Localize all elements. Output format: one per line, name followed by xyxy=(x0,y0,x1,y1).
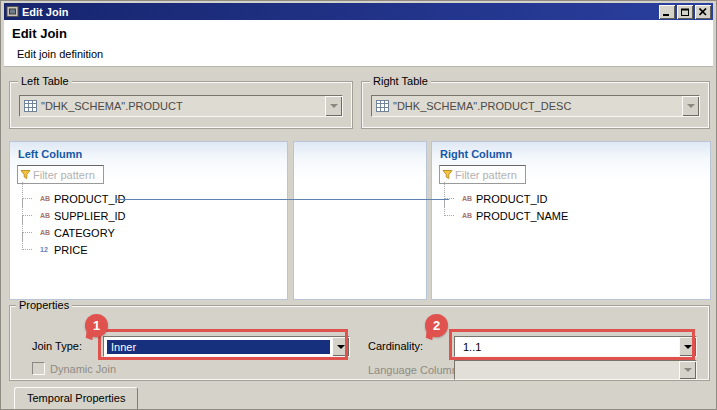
join-type-label: Join Type: xyxy=(32,340,82,352)
varchar-type-icon: AB xyxy=(462,212,476,219)
table-icon xyxy=(376,100,389,112)
maximize-button[interactable] xyxy=(677,5,693,19)
right-table-group: Right Table "DHK_SCHEMA".PRODUCT_DESC xyxy=(361,81,710,129)
language-column-select xyxy=(454,360,697,380)
page-title: Edit Join xyxy=(12,26,67,41)
window-titlebar: Edit Join xyxy=(4,3,713,20)
column-item-category[interactable]: AB CATEGORY xyxy=(16,224,285,241)
annotation-badge-2: 2 xyxy=(425,314,448,337)
cardinality-label: Cardinality: xyxy=(368,340,423,352)
column-item-product-name[interactable]: AB PRODUCT_NAME xyxy=(438,207,708,224)
tab-temporal-properties[interactable]: Temporal Properties xyxy=(14,387,138,410)
column-item-product-id[interactable]: AB PRODUCT_ID xyxy=(438,190,708,207)
window-icon xyxy=(6,5,19,18)
dynamic-join-checkbox xyxy=(32,362,45,375)
properties-legend: Properties xyxy=(16,299,72,311)
maximize-icon xyxy=(681,8,690,16)
right-column-tree: AB PRODUCT_ID AB PRODUCT_NAME xyxy=(438,190,708,224)
left-filter-input[interactable] xyxy=(33,169,101,181)
table-icon xyxy=(24,100,37,112)
language-column-label: Language Column: xyxy=(368,364,461,376)
filter-funnel-icon xyxy=(442,169,453,180)
left-column-title: Left Column xyxy=(18,148,82,160)
column-item-price[interactable]: 12 PRICE xyxy=(16,241,285,258)
varchar-type-icon: AB xyxy=(40,212,54,219)
minimize-button[interactable] xyxy=(659,5,675,19)
left-column-panel: Left Column AB PRODUCT_ID AB SUPPLIER_ID… xyxy=(9,141,288,300)
left-filter-box[interactable] xyxy=(17,165,104,184)
dynamic-join-label: Dynamic Join xyxy=(50,363,116,375)
varchar-type-icon: AB xyxy=(40,195,54,202)
varchar-type-icon: AB xyxy=(40,229,54,236)
minimize-icon xyxy=(663,8,671,16)
close-button[interactable] xyxy=(695,5,711,19)
dropdown-arrow-icon xyxy=(679,361,696,379)
join-connector-line xyxy=(116,199,449,200)
right-filter-input[interactable] xyxy=(455,169,523,181)
right-table-legend: Right Table xyxy=(370,75,431,87)
varchar-type-icon: AB xyxy=(462,195,476,202)
right-column-title: Right Column xyxy=(440,148,512,160)
annotation-badge-1: 1 xyxy=(85,314,108,337)
edit-join-dialog: Edit Join Edit Join Edit join definition… xyxy=(0,0,717,410)
dialog-header: Edit Join Edit join definition xyxy=(4,20,713,67)
column-item-supplier-id[interactable]: AB SUPPLIER_ID xyxy=(16,207,285,224)
left-table-select: "DHK_SCHEMA".PRODUCT xyxy=(19,95,343,117)
right-table-value: "DHK_SCHEMA".PRODUCT_DESC xyxy=(390,100,682,112)
right-table-select: "DHK_SCHEMA".PRODUCT_DESC xyxy=(371,95,700,117)
annotation-box-1 xyxy=(98,329,348,360)
left-table-legend: Left Table xyxy=(18,75,72,87)
numeric-type-icon: 12 xyxy=(40,246,54,253)
dropdown-arrow-icon xyxy=(325,96,342,116)
filter-funnel-icon xyxy=(20,169,31,180)
join-canvas-panel xyxy=(293,141,427,300)
left-column-tree: AB PRODUCT_ID AB SUPPLIER_ID AB CATEGORY… xyxy=(16,190,285,258)
right-column-panel: Right Column AB PRODUCT_ID AB PRODUCT_NA… xyxy=(431,141,711,300)
left-table-value: "DHK_SCHEMA".PRODUCT xyxy=(38,100,325,112)
close-icon xyxy=(699,8,707,16)
dropdown-arrow-icon xyxy=(682,96,699,116)
window-title: Edit Join xyxy=(22,6,659,18)
page-subtitle: Edit join definition xyxy=(17,48,103,60)
left-table-group: Left Table "DHK_SCHEMA".PRODUCT xyxy=(9,81,353,129)
annotation-box-2 xyxy=(449,329,695,360)
right-filter-box[interactable] xyxy=(439,165,526,184)
